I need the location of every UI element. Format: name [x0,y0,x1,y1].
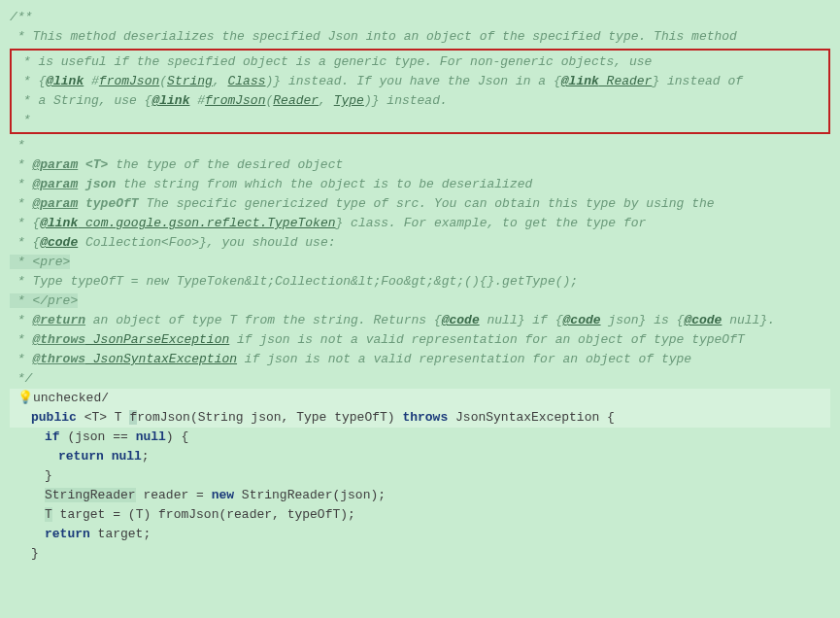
code-line[interactable]: T target = (T) fromJson(reader, typeOfT)… [10,505,830,525]
code-line[interactable]: } [10,544,830,564]
lightbulb-icon[interactable]: 💡 [17,389,33,408]
javadoc-pre-body: * Type typeOfT = new TypeToken&lt;Collec… [10,272,830,292]
suppress-label: unchecked/ [33,389,109,408]
javadoc-param: * @param <T> the type of the desired obj… [10,155,830,175]
javadoc-throws: * @throws JsonParseException if json is … [10,330,830,350]
javadoc-pre-close: * </pre> [10,292,830,311]
javadoc-line: * This method deserializes the specified… [10,27,830,47]
inspection-line[interactable]: 💡unchecked/ [10,389,830,408]
javadoc-param: * @param json the string from which the … [10,175,830,194]
code-line[interactable]: } [10,466,830,486]
javadoc-blank: * [10,136,830,155]
javadoc-line: * {@link #fromJson(String, Class)} inste… [16,72,824,91]
code-line[interactable]: if (json == null) { [10,428,830,447]
code-line[interactable]: StringReader reader = new StringReader(j… [10,486,830,505]
javadoc-line: * [16,111,824,130]
highlighted-javadoc-box: * is useful if the specified object is a… [10,49,830,134]
method-signature[interactable]: public <T> T fromJson(String json, Type … [10,408,830,428]
javadoc-line: * {@link com.google.gson.reflect.TypeTok… [10,214,830,233]
javadoc-close: */ [10,369,830,389]
javadoc-line: * a String, use {@link #fromJson(Reader,… [16,91,824,111]
javadoc-pre-open: * <pre> [10,253,830,272]
code-line[interactable]: return null; [10,447,830,466]
javadoc-line: * {@code Collection<Foo>}, you should us… [10,233,830,253]
code-line[interactable]: return target; [10,525,830,544]
javadoc-line: * is useful if the specified object is a… [16,52,824,72]
javadoc-param: * @param typeOfT The specific genericize… [10,194,830,214]
javadoc-open: /** [10,8,830,27]
javadoc-return: * @return an object of type T from the s… [10,311,830,330]
javadoc-throws: * @throws JsonSyntaxException if json is… [10,350,830,369]
